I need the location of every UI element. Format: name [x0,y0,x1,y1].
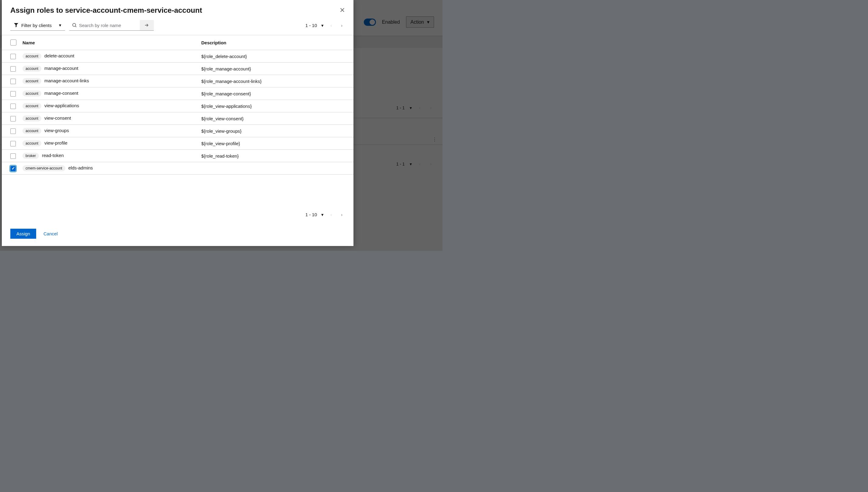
row-checkbox[interactable] [10,91,16,97]
role-description: ${role_view-groups} [198,125,353,137]
modal-title: Assign roles to service-account-cmem-ser… [10,6,202,15]
row-checkbox[interactable] [10,79,16,84]
client-badge: account [23,140,41,146]
role-name: view-applications [44,103,79,108]
role-description: ${role_read-token} [198,150,353,162]
filter-icon [14,23,18,27]
table-row: accountmanage-account-links${role_manage… [2,75,353,88]
role-description: ${role_manage-account} [198,63,353,75]
pagination-next[interactable]: › [338,22,345,29]
table-row: accountmanage-consent${role_manage-conse… [2,88,353,100]
table-row: accountmanage-account${role_manage-accou… [2,63,353,75]
role-description: ${role_manage-account-links} [198,75,353,88]
row-checkbox[interactable] [10,103,16,109]
row-checkbox[interactable] [10,141,16,146]
pagination-range: 1 - 10 [305,23,317,28]
search-input[interactable] [79,23,137,28]
client-badge: cmem-service-account [23,165,65,171]
select-all-checkbox[interactable] [10,40,17,46]
table-row: accountview-consent${role_view-consent} [2,113,353,125]
roles-table: Name Description accountdelete-account${… [2,35,353,175]
row-checkbox[interactable] [10,54,16,59]
row-checkbox[interactable] [10,66,16,72]
role-name: delete-account [44,53,74,58]
pagination-prev[interactable]: ‹ [328,22,334,29]
assign-roles-modal: Assign roles to service-account-cmem-ser… [2,0,353,246]
row-checkbox[interactable] [10,128,16,134]
pagination-prev[interactable]: ‹ [328,211,334,218]
role-name: view-consent [44,116,71,121]
assign-button[interactable]: Assign [10,229,36,239]
client-badge: account [23,128,41,134]
role-name: manage-consent [44,91,78,96]
caret-down-icon[interactable]: ▾ [321,23,324,28]
caret-down-icon: ▾ [59,23,62,28]
close-icon[interactable]: ✕ [339,6,345,14]
svg-line-1 [75,26,76,27]
client-badge: account [23,66,41,72]
arrow-right-icon [145,23,149,27]
client-badge: account [23,91,41,97]
row-checkbox[interactable] [10,116,16,122]
pagination-range: 1 - 10 [305,212,317,217]
table-row: accountview-profile${role_view-profile} [2,137,353,150]
search-icon [72,23,76,27]
role-name: view-groups [44,128,69,133]
row-checkbox[interactable] [10,153,16,159]
table-row: brokerread-token${role_read-token} [2,150,353,162]
role-name: view-profile [44,140,68,146]
filter-label: Filter by clients [21,23,52,28]
filter-by-clients-dropdown[interactable]: Filter by clients ▾ [10,20,65,31]
table-row: accountdelete-account${role_delete-accou… [2,50,353,63]
row-checkbox[interactable] [10,166,16,171]
modal-header: Assign roles to service-account-cmem-ser… [2,0,353,20]
roles-table-wrap: Name Description accountdelete-account${… [2,35,353,203]
client-badge: account [23,103,41,109]
svg-point-0 [73,23,76,26]
table-row: accountview-groups${role_view-groups} [2,125,353,137]
pagination-next[interactable]: › [338,211,345,218]
cancel-button[interactable]: Cancel [44,231,58,236]
client-badge: account [23,116,41,122]
table-row: accountview-applications${role_view-appl… [2,100,353,113]
search-submit-button[interactable] [140,20,154,31]
pagination-top: 1 - 10 ▾ ‹ › [305,22,345,29]
role-description: ${role_manage-consent} [198,88,353,100]
column-name: Name [20,35,198,50]
caret-down-icon[interactable]: ▾ [321,212,324,218]
search-input-wrap [69,20,140,31]
role-name: elds-admins [68,165,93,170]
role-name: manage-account-links [44,78,89,83]
pagination-bottom: 1 - 10 ▾ ‹ › [305,211,345,218]
role-name: read-token [42,153,64,158]
role-description [198,162,353,175]
client-badge: account [23,78,41,84]
role-name: manage-account [44,66,78,71]
role-description: ${role_view-profile} [198,137,353,150]
table-row: cmem-service-accountelds-admins [2,162,353,175]
modal-toolbar: Filter by clients ▾ 1 - 10 ▾ ‹ › [2,20,353,35]
search-group [69,20,154,31]
modal-footer: Assign Cancel [2,221,353,246]
modal-footer-pagination: 1 - 10 ▾ ‹ › [2,203,353,221]
role-description: ${role_delete-account} [198,50,353,63]
role-description: ${role_view-applications} [198,100,353,113]
client-badge: broker [23,153,39,159]
table-header-row: Name Description [2,35,353,50]
client-badge: account [23,53,41,59]
column-description: Description [198,35,353,50]
role-description: ${role_view-consent} [198,113,353,125]
